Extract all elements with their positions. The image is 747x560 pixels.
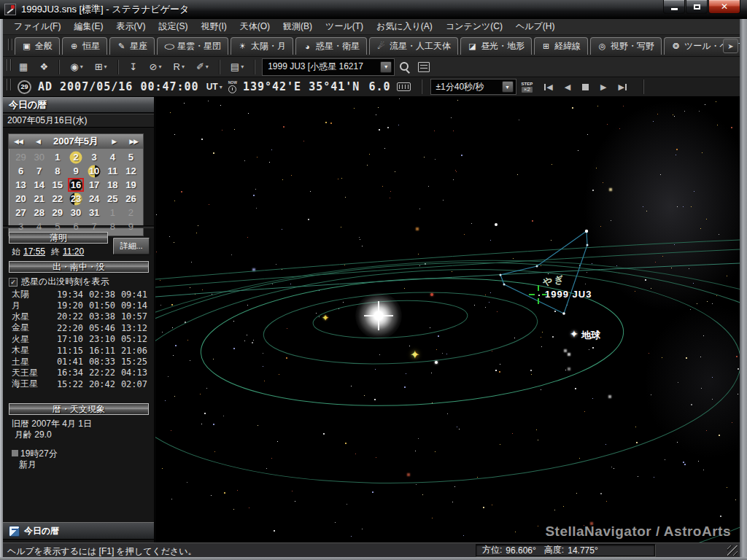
direction-button[interactable]: ⊘▾ <box>146 59 166 75</box>
menu-contents[interactable]: コンテンツ(C) <box>439 18 509 35</box>
object-info-button[interactable] <box>418 62 430 72</box>
twilight-begin-time[interactable]: 17:55 <box>23 246 45 257</box>
menu-file[interactable]: ファイル(F) <box>7 18 67 35</box>
combo-dropdown-button[interactable]: ▼ <box>502 81 514 93</box>
menu-objects[interactable]: 天体(O) <box>233 18 276 35</box>
time-speed-combo[interactable]: ±1分40秒/秒 ▼ <box>431 79 516 94</box>
calendar-day[interactable]: 9 <box>66 164 85 178</box>
twilight-end-time[interactable]: 11:20 <box>63 246 84 257</box>
detail-button[interactable]: 詳細... <box>112 237 150 255</box>
menu-edit[interactable]: 編集(E) <box>67 18 109 35</box>
tab-stars[interactable]: ⊕恒星 <box>62 37 107 55</box>
tab-daylight-terrain[interactable]: ◪昼光・地形 <box>460 37 532 55</box>
calendar-day[interactable]: 29 <box>12 150 30 164</box>
tab-fov[interactable]: ◎視野・写野 <box>590 37 662 55</box>
display-settings-button[interactable]: ❖ <box>36 59 52 75</box>
next-year-button[interactable]: ▶▶ <box>129 138 138 145</box>
calendar-day[interactable]: 31 <box>85 206 104 219</box>
next-month-button[interactable]: ▶ <box>112 138 116 145</box>
calendar-day[interactable]: 12 <box>122 164 140 178</box>
calendar-day[interactable]: 4 <box>104 150 122 164</box>
combo-dropdown-button[interactable]: ▼ <box>380 61 392 73</box>
tab-general[interactable]: ▣全般 <box>15 37 60 55</box>
calendar-day[interactable]: 18 <box>104 178 122 192</box>
menu-settings[interactable]: 設定(S) <box>152 18 194 35</box>
sky-view[interactable]: ✦ ✦ ✦ やぎ 1999 JU3 地球 StellaNavigator / A… <box>155 97 740 542</box>
datetime-display[interactable]: 2007/05/16 00:47:00 <box>60 80 199 93</box>
calendar-day[interactable]: 1 <box>104 206 122 219</box>
calendar-day[interactable]: 11 <box>104 164 122 178</box>
close-button[interactable]: ✕ <box>708 0 740 14</box>
skip-to-start-button[interactable]: ◀ <box>544 82 552 92</box>
now-button[interactable]: NOW <box>228 81 237 93</box>
menu-tools[interactable]: ツール(T) <box>319 18 370 35</box>
calendar-day[interactable]: 25 <box>104 192 122 206</box>
earth-label[interactable]: 地球 <box>581 329 600 342</box>
ut-toggle[interactable]: UT <box>206 82 218 92</box>
prev-year-button[interactable]: ◀◀ <box>14 138 23 145</box>
tab-sun-moon[interactable]: ☀太陽・月 <box>231 37 293 55</box>
calendar-day[interactable]: 5 <box>122 150 140 164</box>
stop-button[interactable] <box>582 84 589 90</box>
location-display[interactable]: 139°42'E 35°41'N <box>243 80 360 93</box>
calendar-day[interactable]: 1 <box>48 150 66 164</box>
calendar-day[interactable]: 8 <box>48 164 66 178</box>
toolbar-grip[interactable] <box>7 79 8 90</box>
toolbar-grip[interactable] <box>7 59 8 71</box>
calendar-day[interactable]: 20 <box>12 192 30 206</box>
toolbar-grip[interactable] <box>10 79 12 90</box>
calendar-day[interactable]: 13 <box>12 178 30 192</box>
calendar-day[interactable]: 23 <box>66 192 85 206</box>
calendar-day[interactable]: 6 <box>12 164 30 178</box>
calendar-day[interactable]: 7 <box>30 164 48 178</box>
view-mode-button[interactable]: ◉▾ <box>66 59 86 75</box>
asteroid-label[interactable]: 1999 JU3 <box>545 289 592 300</box>
skip-to-end-button[interactable]: ▶ <box>619 82 627 92</box>
menu-observe[interactable]: 観測(B) <box>276 18 319 35</box>
tab-planets[interactable]: ◕惑星・衛星 <box>295 37 367 55</box>
calendar-day[interactable]: 26 <box>122 192 140 206</box>
draw-button[interactable]: ✐▾ <box>193 59 212 75</box>
time-settings-button[interactable]: ▦ <box>15 59 31 75</box>
tab-constellations[interactable]: ✎星座 <box>109 37 155 55</box>
checkbox-checked[interactable]: ✓ <box>9 278 18 287</box>
maximize-button[interactable] <box>686 0 708 14</box>
calendar-day[interactable]: 3 <box>85 150 104 164</box>
calendar-day[interactable]: 24 <box>85 192 104 206</box>
play-forward-button[interactable]: ▶ <box>600 82 606 92</box>
magnitude-limit[interactable]: 6.0 <box>368 80 390 93</box>
tab-meteors-satellites[interactable]: ☄流星・人工天体 <box>369 37 458 55</box>
menu-favorites[interactable]: お気に入り(A) <box>370 18 439 35</box>
resize-grip[interactable] <box>727 545 738 556</box>
download-button[interactable]: ↧ <box>125 59 142 75</box>
calendar-day[interactable]: 30 <box>66 206 85 219</box>
rotation-button[interactable]: R▾ <box>170 59 188 75</box>
calendar-day[interactable]: 27 <box>12 206 30 219</box>
calendar-day[interactable]: 30 <box>30 150 48 164</box>
toolbar-grip[interactable] <box>12 39 13 50</box>
calendar-day[interactable]: 22 <box>48 192 66 206</box>
calendar-day[interactable]: 2 <box>122 206 140 219</box>
calendar-day[interactable]: 21 <box>30 192 48 206</box>
panel-footer[interactable]: 今日の暦 <box>3 522 154 540</box>
calendar-day[interactable]: 2 <box>66 150 85 164</box>
toolbar-grip[interactable] <box>10 59 12 71</box>
menu-fov[interactable]: 視野(I) <box>194 18 233 35</box>
menu-view[interactable]: 表示(V) <box>109 18 152 35</box>
keyboard-icon[interactable] <box>397 82 411 91</box>
play-backward-button[interactable]: ◀ <box>565 82 570 92</box>
toolbar-grip[interactable] <box>8 39 9 50</box>
object-list-button[interactable]: ▤▾ <box>227 59 247 75</box>
field-add-button[interactable]: ⊞▾ <box>91 59 111 75</box>
menu-help[interactable]: ヘルプ(H) <box>509 18 562 35</box>
calendar-day[interactable]: 15 <box>48 178 66 192</box>
step-mode-button[interactable]: STEP×2 <box>522 82 533 93</box>
tab-grid-lines[interactable]: ⊞経緯線 <box>534 37 588 55</box>
calendar-day[interactable]: 19 <box>122 178 140 192</box>
object-search-combo[interactable]: 1999 JU3 [小惑星 16217 ▼ <box>263 59 394 75</box>
calendar-day[interactable]: 14 <box>30 178 48 192</box>
minimize-button[interactable] <box>663 0 685 14</box>
calendar-day[interactable]: 29 <box>48 206 66 219</box>
prev-month-button[interactable]: ◀ <box>36 138 40 145</box>
calendar-day[interactable]: 10 <box>85 164 104 178</box>
